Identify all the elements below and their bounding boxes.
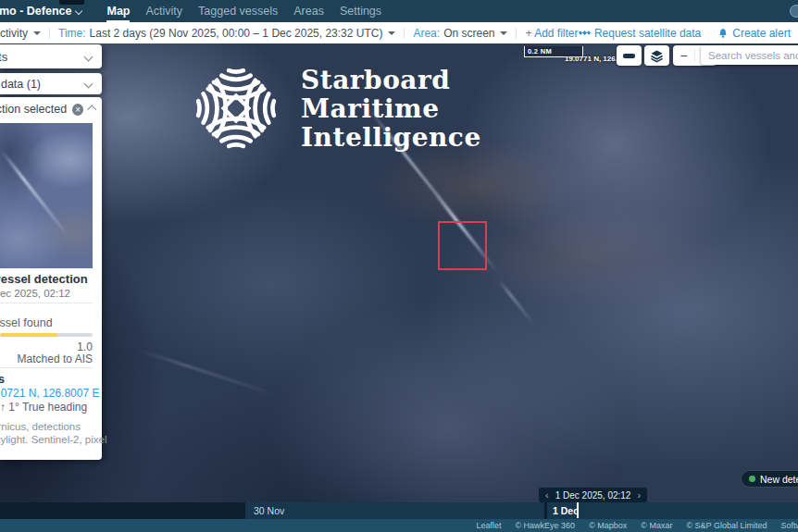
score-value: 1.0: [77, 340, 93, 353]
tab-areas[interactable]: Areas: [293, 0, 324, 22]
request-satellite-data-label: Request satellite data: [594, 27, 701, 40]
filter-bar: Activity Time: Last 2 days (29 Nov 2025,…: [0, 22, 798, 43]
starboard-logo-text: Starboard Maritime Intelligence: [301, 66, 481, 152]
detection-datetime: 1 Dec 2025, 02:12: [0, 288, 70, 299]
timeline-date-label: 1 Dec 2025, 02:12: [555, 490, 631, 501]
request-satellite-data-button[interactable]: Request satellite data: [579, 27, 701, 40]
detection-panel-header[interactable]: 1 detection selected ×: [0, 97, 102, 121]
timeline-date-chip[interactable]: ‹ 1 Dec 2025, 02:12 ›: [539, 488, 647, 502]
timeline-label-30nov: 30 Nov: [254, 502, 284, 519]
close-icon[interactable]: ×: [72, 104, 83, 116]
timeline-label-1dec: 1 Dec: [553, 502, 579, 519]
caret-down-icon: [388, 31, 395, 35]
detection-thumbnail[interactable]: [0, 123, 93, 268]
previous-icon[interactable]: ‹: [545, 489, 549, 501]
sidebar-panel-alerts[interactable]: Alerts: [0, 44, 102, 68]
chevron-down-icon: [75, 7, 82, 15]
attribution-leaflet[interactable]: Leaflet: [476, 521, 501, 530]
attribution-software-licenses[interactable]: Software licenses: [780, 521, 798, 530]
thumbnail-wake-streak: [0, 149, 70, 238]
map-attribution-bar: Leaflet © HawkEye 360 © Mapbox © Maxar ©…: [0, 519, 798, 532]
filter-separator: [516, 28, 517, 39]
tab-tagged-vessels[interactable]: Tagged vessels: [198, 0, 278, 22]
bell-icon: [717, 28, 729, 39]
chevron-up-icon[interactable]: [88, 105, 97, 114]
selection-header-label: 1 detection selected: [0, 103, 67, 116]
satellite-data-panel-label: Satellite data (1): [0, 78, 85, 91]
active-tab-notch: [59, 0, 84, 5]
score-bar-fill: [0, 333, 57, 337]
measure-tool-button[interactable]: [617, 45, 642, 66]
chevron-down-icon: [84, 52, 94, 61]
attribution-mapbox[interactable]: © Mapbox: [589, 521, 627, 530]
starboard-logo-mark: [188, 60, 284, 156]
divider: [0, 303, 93, 303]
source-line-1: Copernicus, detections: [0, 421, 81, 432]
true-heading-row: ↑ 1° True heading: [0, 401, 87, 414]
tab-activity[interactable]: Activity: [145, 0, 182, 22]
detection-selection-box[interactable]: [438, 221, 487, 270]
caret-down-icon: [33, 31, 41, 35]
timeline-day-divider: [544, 502, 547, 519]
cloud-wisp: [138, 349, 280, 397]
map-scale-label: 0.2 NM: [528, 47, 552, 56]
timeline-track[interactable]: 30 Nov 1 Dec: [245, 502, 798, 519]
add-filter-button[interactable]: + Add filter: [525, 27, 578, 40]
time-filter-key: Time:: [58, 27, 86, 40]
activity-filter-dropdown[interactable]: Activity: [0, 27, 41, 40]
cloud-wisp: [498, 279, 535, 325]
divider: [0, 367, 93, 368]
area-filter-dropdown[interactable]: Area: On screen: [413, 27, 507, 40]
search-input[interactable]: [701, 45, 798, 65]
zoom-out-button[interactable]: −: [673, 45, 694, 66]
create-alert-button[interactable]: Create alert: [717, 27, 791, 40]
attribution-sp-global[interactable]: © S&P Global Limited: [686, 521, 767, 530]
timeline-playhead[interactable]: [577, 502, 579, 518]
green-dot-icon: [749, 476, 755, 482]
score-bar: [0, 333, 93, 337]
timeline-bar[interactable]: 30 Nov 1 Dec: [0, 502, 798, 519]
workspace-name: Demo - Defence: [0, 5, 71, 18]
detection-title: Satellite vessel detection: [0, 272, 88, 286]
score-label: Vessel found: [0, 316, 53, 329]
sidebar-panel-satellite-data[interactable]: Satellite data (1): [0, 73, 102, 94]
filter-separator: [404, 28, 405, 39]
map-canvas[interactable]: Starboard Maritime Intelligence 0.2 NM 1…: [0, 43, 798, 502]
top-navigation-bar: Demo - Defence Map Activity Tagged vesse…: [0, 0, 798, 22]
help-icon[interactable]: [790, 5, 798, 18]
next-icon[interactable]: ›: [637, 489, 641, 501]
true-heading-value: 1° True heading: [8, 401, 87, 414]
attribution-maxar[interactable]: © Maxar: [641, 521, 672, 530]
heading-arrow-icon: ↑: [0, 401, 6, 414]
detection-coordinates-link[interactable]: 19.0721 N, 126.8007 E: [0, 387, 99, 400]
satellite-icon: [579, 27, 591, 39]
tab-map[interactable]: Map: [106, 0, 130, 22]
new-detections-label: New detections: [760, 474, 798, 485]
filter-separator: [49, 28, 50, 39]
alerts-panel-label: Alerts: [0, 50, 85, 64]
area-filter-value: On screen: [443, 27, 494, 40]
details-heading: Details: [0, 373, 5, 386]
chevron-down-icon: [84, 80, 94, 89]
attribution-hawkeye[interactable]: © HawkEye 360: [515, 521, 575, 530]
score-status: Matched to AIS: [18, 353, 93, 365]
detection-panel: 1 detection selected × Satellite vessel …: [0, 97, 102, 460]
create-alert-label: Create alert: [732, 27, 791, 40]
starboard-logo: Starboard Maritime Intelligence: [188, 60, 481, 156]
time-filter-value: Last 2 days (29 Nov 2025, 00:00 – 1 Dec …: [90, 27, 383, 40]
workspace-selector[interactable]: Demo - Defence: [0, 5, 81, 18]
layers-icon: [650, 49, 664, 63]
tab-settings[interactable]: Settings: [340, 0, 381, 22]
dash-icon: [623, 54, 635, 58]
source-line-2: Skylight. Sentinel-2, pixel: [0, 434, 106, 445]
new-detections-button[interactable]: New detections: [741, 470, 798, 488]
time-filter-dropdown[interactable]: Time: Last 2 days (29 Nov 2025, 00:00 – …: [58, 27, 395, 40]
activity-filter-label: Activity: [0, 27, 28, 40]
caret-down-icon: [500, 31, 507, 35]
layers-button[interactable]: [644, 45, 669, 66]
nav-tabs: Map Activity Tagged vessels Areas Settin…: [106, 0, 381, 22]
area-filter-key: Area:: [413, 27, 440, 40]
